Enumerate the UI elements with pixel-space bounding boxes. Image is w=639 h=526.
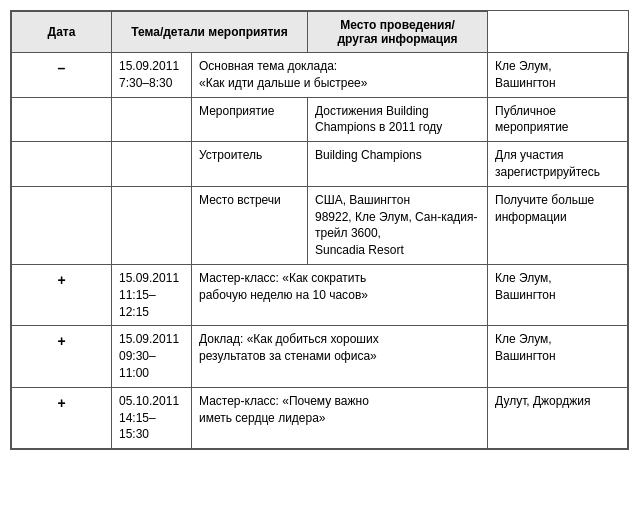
events-table: Дата Тема/детали мероприятия Место прове…: [11, 11, 628, 449]
sub-row: МероприятиеДостижения BuildingChampions …: [12, 97, 628, 142]
time-value: 09:30–11:00: [119, 348, 184, 382]
venue-cell: Кле Элум,Вашингтон: [488, 53, 628, 98]
venue-cell: Дулут, Джорджия: [488, 387, 628, 448]
expand-button[interactable]: +: [57, 272, 65, 288]
main-table-container: Дата Тема/детали мероприятия Место прове…: [10, 10, 629, 450]
time-value: 11:15–12:15: [119, 287, 184, 321]
date-value: 15.09.2011: [119, 58, 184, 75]
table-row: +15.09.201111:15–12:15Мастер-класс: «Как…: [12, 264, 628, 325]
date-cell: 15.09.201109:30–11:00: [112, 326, 192, 387]
sub-venue: Для участиязарегистрируйтесь: [488, 142, 628, 187]
topic-cell: Мастер-класс: «Почему важноиметь сердце …: [192, 387, 488, 448]
topic-cell: Основная тема доклада:«Как идти дальше и…: [192, 53, 488, 98]
table-row: +15.09.201109:30–11:00Доклад: «Как добит…: [12, 326, 628, 387]
table-row: –15.09.20117:30–8:30Основная тема доклад…: [12, 53, 628, 98]
sub-date-spacer: [112, 142, 192, 187]
sub-expand-spacer: [12, 186, 112, 264]
header-date: Дата: [12, 12, 112, 53]
date-value: 15.09.2011: [119, 331, 184, 348]
sub-venue: Публичноемероприятие: [488, 97, 628, 142]
date-value: 05.10.2011: [119, 393, 184, 410]
time-value: 14:15–15:30: [119, 410, 184, 444]
expand-button[interactable]: +: [57, 333, 65, 349]
venue-cell: Кле Элум,Вашингтон: [488, 326, 628, 387]
header-topic: Тема/детали мероприятия: [112, 12, 308, 53]
topic-cell: Мастер-класс: «Как сократитьрабочую неде…: [192, 264, 488, 325]
sub-venue: Получите большеинформации: [488, 186, 628, 264]
time-value: 7:30–8:30: [119, 75, 184, 92]
expand-button[interactable]: –: [58, 60, 66, 76]
date-value: 15.09.2011: [119, 270, 184, 287]
venue-cell: Кле Элум,Вашингтон: [488, 264, 628, 325]
sub-label: Мероприятие: [192, 97, 308, 142]
expand-button[interactable]: +: [57, 395, 65, 411]
sub-expand-spacer: [12, 142, 112, 187]
sub-label: Место встречи: [192, 186, 308, 264]
topic-cell: Доклад: «Как добиться хорошихрезультатов…: [192, 326, 488, 387]
date-cell: 15.09.20117:30–8:30: [112, 53, 192, 98]
sub-row: Место встречиСША, Вашингтон98922, Кле Эл…: [12, 186, 628, 264]
sub-label: Устроитель: [192, 142, 308, 187]
table-row: +05.10.201114:15–15:30Мастер-класс: «Поч…: [12, 387, 628, 448]
sub-date-spacer: [112, 186, 192, 264]
sub-value: Building Champions: [308, 142, 488, 187]
date-cell: 05.10.201114:15–15:30: [112, 387, 192, 448]
header-venue: Место проведения/другая информация: [308, 12, 488, 53]
date-cell: 15.09.201111:15–12:15: [112, 264, 192, 325]
sub-expand-spacer: [12, 97, 112, 142]
sub-row: УстроительBuilding ChampionsДля участияз…: [12, 142, 628, 187]
sub-value: США, Вашингтон98922, Кле Элум, Сан-кадия…: [308, 186, 488, 264]
sub-date-spacer: [112, 97, 192, 142]
sub-value: Достижения BuildingChampions в 2011 году: [308, 97, 488, 142]
